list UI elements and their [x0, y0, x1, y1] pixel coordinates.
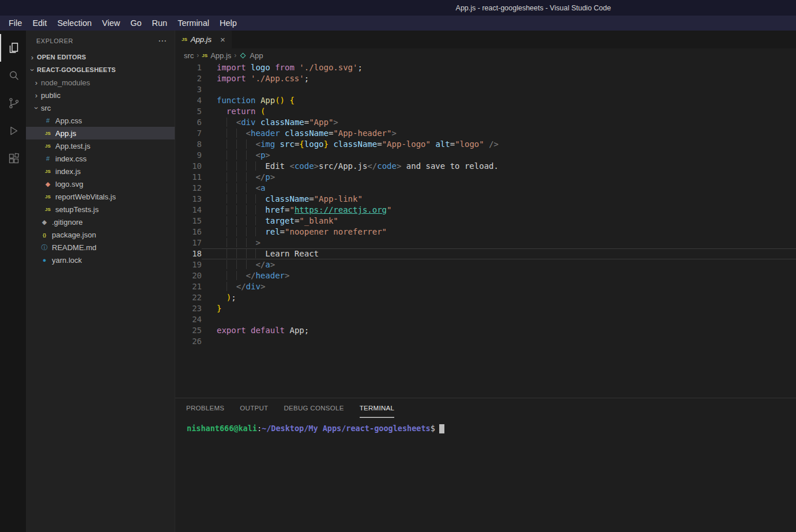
menu-item-terminal[interactable]: Terminal: [172, 17, 214, 29]
tree-item-App.js[interactable]: JSApp.js: [26, 127, 175, 139]
code-line-text: import './App.css';: [202, 73, 796, 84]
code-row[interactable]: 23}: [175, 303, 796, 314]
editor-code-area[interactable]: 1import logo from './logo.svg';2import '…: [175, 62, 796, 398]
tree-item-index.js[interactable]: JSindex.js: [26, 165, 175, 178]
code-row[interactable]: 10 Edit <code>src/App.js</code> and save…: [175, 161, 796, 172]
title-bar: App.js - react-googlesheets - Visual Stu…: [0, 0, 796, 16]
chevron-right-icon: ›: [28, 53, 37, 62]
line-number: 23: [175, 303, 202, 314]
section-open-editors[interactable]: › OPEN EDITORS: [26, 51, 175, 63]
code-row[interactable]: 21 </div>: [175, 281, 796, 292]
line-number: 24: [175, 314, 202, 325]
panel-tab-output[interactable]: OUTPUT: [240, 398, 268, 418]
code-row[interactable]: 14 href="https://reactjs.org": [175, 205, 796, 216]
line-number: 17: [175, 237, 202, 248]
tree-item-README.md[interactable]: ⓘREADME.md: [26, 241, 175, 254]
section-workspace-root[interactable]: › REACT-GOOGLESHEETS: [26, 63, 175, 76]
sidebar-explorer: EXPLORER ⋯ › OPEN EDITORS › REACT-GOOGLE…: [26, 31, 175, 532]
tree-item-public[interactable]: ›public: [26, 89, 175, 101]
activity-item-source-control[interactable]: [0, 89, 26, 117]
terminal-prompt-line: nishant666@kali:~/Desktop/My Apps/react-…: [187, 424, 796, 433]
code-row[interactable]: 18 Learn React: [175, 248, 796, 259]
tree-item-package.json[interactable]: {}package.json: [26, 228, 175, 241]
tree-item-App.css[interactable]: #App.css: [26, 114, 175, 127]
breadcrumb-folder[interactable]: src: [184, 51, 194, 60]
symbol-icon: [240, 52, 246, 58]
code-row[interactable]: 1import logo from './logo.svg';: [175, 62, 796, 73]
panel-tab-debug-console[interactable]: DEBUG CONSOLE: [284, 398, 344, 418]
code-row[interactable]: 17 >: [175, 237, 796, 248]
git-file-icon: ◆: [40, 218, 49, 226]
activity-item-explorer[interactable]: [0, 34, 26, 62]
code-row[interactable]: 9 <p>: [175, 150, 796, 161]
code-row[interactable]: 16 rel="noopener noreferrer": [175, 227, 796, 237]
code-row[interactable]: 4function App() {: [175, 95, 796, 106]
code-row[interactable]: 15 target="_blank": [175, 216, 796, 227]
tree-item-.gitignore[interactable]: ◆.gitignore: [26, 216, 175, 228]
tree-item-index.css[interactable]: #index.css: [26, 152, 175, 165]
code-row[interactable]: 5 return (: [175, 106, 796, 117]
breadcrumb-file[interactable]: App.js: [210, 51, 231, 60]
terminal[interactable]: nishant666@kali:~/Desktop/My Apps/react-…: [175, 418, 796, 433]
panel-tab-problems[interactable]: PROBLEMS: [186, 398, 224, 418]
line-number: 11: [175, 172, 202, 183]
tree-item-label: App.css: [55, 116, 82, 125]
menu-item-go[interactable]: Go: [125, 17, 146, 29]
code-row[interactable]: 24: [175, 314, 796, 325]
code-line-text: </header>: [202, 270, 796, 281]
tree-item-App.test.js[interactable]: JSApp.test.js: [26, 139, 175, 152]
tree-item-logo.svg[interactable]: ◆logo.svg: [26, 178, 175, 190]
tree-item-yarn.lock[interactable]: ●yarn.lock: [26, 254, 175, 266]
line-number: 2: [175, 73, 202, 84]
code-row[interactable]: 12 <a: [175, 183, 796, 194]
code-line-text: >: [202, 237, 796, 248]
tab-label: App.js: [191, 35, 212, 44]
menu-item-help[interactable]: Help: [214, 17, 242, 29]
files-icon: [7, 41, 21, 55]
activity-item-search[interactable]: [0, 62, 26, 89]
panel-tab-terminal[interactable]: TERMINAL: [360, 398, 395, 418]
tree-item-label: public: [41, 91, 61, 100]
code-row[interactable]: 2import './App.css';: [175, 73, 796, 84]
chevron-down-icon: ›: [32, 103, 41, 112]
more-actions-icon[interactable]: ⋯: [158, 36, 167, 46]
code-line-text: </a>: [202, 259, 796, 270]
terminal-prompt-char: $: [431, 424, 435, 433]
workbench: EXPLORER ⋯ › OPEN EDITORS › REACT-GOOGLE…: [0, 31, 796, 532]
code-line-text: rel="noopener noreferrer": [202, 227, 796, 237]
activity-item-extensions[interactable]: [0, 145, 26, 172]
menu-item-file[interactable]: File: [3, 17, 27, 29]
code-row[interactable]: 22 );: [175, 292, 796, 303]
tree-item-node_modules[interactable]: ›node_modules: [26, 76, 175, 89]
code-line-text: target="_blank": [202, 216, 796, 227]
menu-item-run[interactable]: Run: [147, 17, 173, 29]
line-number: 9: [175, 150, 202, 161]
code-row[interactable]: 26: [175, 336, 796, 347]
code-row[interactable]: 13 className="App-link": [175, 194, 796, 205]
code-line-text: }: [202, 303, 796, 314]
tree-item-reportWebVitals.js[interactable]: JSreportWebVitals.js: [26, 190, 175, 203]
code-row[interactable]: 20 </header>: [175, 270, 796, 281]
line-number: 16: [175, 227, 202, 237]
bottom-panel: PROBLEMSOUTPUTDEBUG CONSOLETERMINAL nish…: [175, 398, 796, 532]
close-icon[interactable]: ×: [220, 35, 225, 44]
activity-item-run-debug[interactable]: [0, 117, 26, 145]
breadcrumb-symbol[interactable]: App: [250, 51, 263, 60]
tree-item-setupTests.js[interactable]: JSsetupTests.js: [26, 203, 175, 216]
line-number: 21: [175, 281, 202, 292]
code-row[interactable]: 19 </a>: [175, 259, 796, 270]
code-row[interactable]: 6 <div className="App">: [175, 117, 796, 128]
code-line-text: </div>: [202, 281, 796, 292]
tab-app-js[interactable]: JS App.js ×: [175, 31, 232, 48]
line-number: 19: [175, 259, 202, 270]
menu-item-selection[interactable]: Selection: [52, 17, 97, 29]
tree-item-label: setupTests.js: [55, 205, 99, 214]
code-row[interactable]: 7 <header className="App-header">: [175, 128, 796, 139]
menu-item-view[interactable]: View: [97, 17, 125, 29]
code-row[interactable]: 8 <img src={logo} className="App-logo" a…: [175, 139, 796, 150]
menu-item-edit[interactable]: Edit: [27, 17, 52, 29]
code-row[interactable]: 3: [175, 84, 796, 95]
code-row[interactable]: 11 </p>: [175, 172, 796, 183]
code-row[interactable]: 25export default App;: [175, 325, 796, 336]
tree-item-src[interactable]: ›src: [26, 101, 175, 114]
